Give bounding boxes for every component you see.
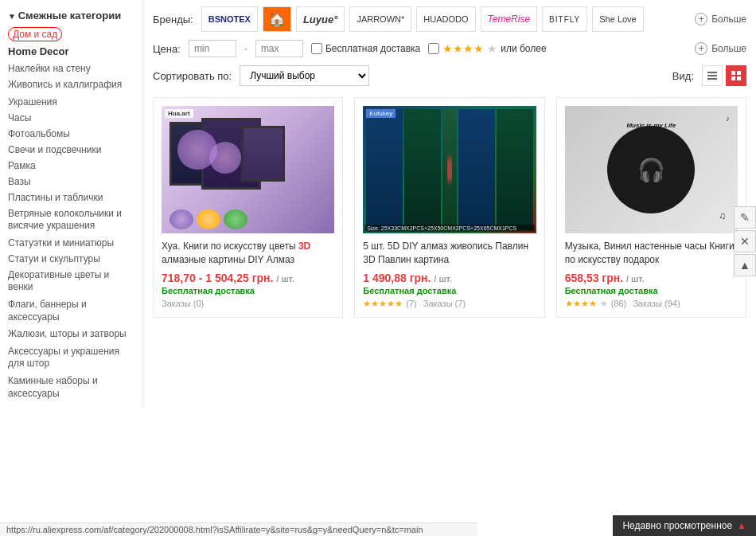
sidebar: Смежные категории Дом и сад Home Decor Н… xyxy=(0,0,143,409)
brand-huadodo-text: HUADODO xyxy=(423,14,468,24)
svg-rect-0 xyxy=(707,72,717,73)
product-reviews-count-2: (7) xyxy=(406,299,416,308)
product-free-delivery-2: Бесплатная доставка xyxy=(363,286,536,295)
product-brand-badge-1: Hua.art xyxy=(165,109,193,118)
sidebar-item-clocks[interactable]: Часы xyxy=(0,110,142,126)
plus-circle-price-icon: + xyxy=(695,42,707,55)
sidebar-item-vases[interactable]: Вазы xyxy=(0,174,142,190)
sidebar-item-painting[interactable]: Живопись и каллиграфия xyxy=(0,76,142,94)
product-free-delivery-1: Бесплатная доставка xyxy=(162,286,334,295)
sidebar-item-flags[interactable]: Флаги, баннеры и аксессуары xyxy=(0,296,142,326)
svg-rect-2 xyxy=(707,78,717,80)
sort-label: Сортировать по: xyxy=(153,70,232,82)
product-card-2[interactable]: Kufukey Size: 25X33CMX2PC xyxy=(354,97,544,318)
plus-circle-icon: + xyxy=(695,13,707,25)
svg-rect-3 xyxy=(731,71,735,75)
sidebar-home-decor-title: Home Decor xyxy=(0,42,142,61)
free-delivery-checkbox-group: Бесплатная доставка xyxy=(311,43,420,54)
svg-rect-5 xyxy=(731,76,735,80)
close-icon: ✕ xyxy=(740,235,750,248)
brand-luyue[interactable]: Luyue° xyxy=(296,6,345,32)
price-more-button[interactable]: + Больше xyxy=(695,42,746,55)
products-grid: Hua.art xyxy=(153,97,746,318)
main-content: Бренды: BSNOTEX 🏠 Luyue° JARROWN* HUADOD… xyxy=(143,0,756,409)
brand-huadodo[interactable]: HUADODO xyxy=(416,6,475,32)
free-delivery-label: Бесплатная доставка xyxy=(325,43,420,54)
svg-rect-6 xyxy=(737,76,741,80)
product-stars-3: ★★★★ xyxy=(565,299,597,309)
product-title-3: Музыка, Винил настенные часы Книги по ис… xyxy=(565,240,738,267)
product-orders-3: Заказы (94) xyxy=(633,299,680,308)
up-float-button[interactable]: ▲ xyxy=(734,254,756,276)
product-price-3: 658,53 грн. / шт. xyxy=(565,272,738,284)
edit-icon: ✎ xyxy=(740,211,750,224)
brand-temerise[interactable]: TemeRise xyxy=(481,6,538,32)
price-min-input[interactable] xyxy=(189,40,236,57)
sidebar-item-figurines[interactable]: Статуэтки и миниатюры xyxy=(0,235,142,251)
product-image-2: Kufukey Size: 25X33CMX2PC xyxy=(363,106,536,233)
sidebar-item-windchimes[interactable]: Ветряные колокольчики и висячие украшени… xyxy=(0,205,142,235)
star-filter-row: ★★★★ ★ или более xyxy=(428,42,546,55)
brand-shelove[interactable]: She Love xyxy=(592,6,643,32)
floating-buttons: ✎ ✕ ▲ xyxy=(734,206,756,276)
brand-shelove-text: She Love xyxy=(599,14,636,24)
svg-rect-1 xyxy=(707,75,717,76)
brand-luyue-text: Luyue° xyxy=(303,14,337,25)
brand-jarrown[interactable]: JARROWN* xyxy=(349,6,411,32)
view-list-button[interactable] xyxy=(702,65,723,86)
sidebar-item-frames[interactable]: Рамка xyxy=(0,158,142,174)
brands-more-button[interactable]: + Больше xyxy=(695,13,746,25)
sidebar-item-candles[interactable]: Свечи и подсвечники xyxy=(0,142,142,158)
product-rating-2: ★★★★★ (7) Заказы (7) xyxy=(363,299,536,309)
product-orders-1: Заказы (0) xyxy=(162,299,204,308)
brands-label: Бренды: xyxy=(153,14,193,25)
view-buttons xyxy=(702,65,746,86)
price-max-input[interactable] xyxy=(255,40,303,57)
product-orders-2: Заказы (7) xyxy=(423,299,466,308)
price-row: Цена: - Бесплатная доставка ★★★★ ★ или б… xyxy=(153,40,746,57)
sort-row: Сортировать по: Лучший выбор Цена: по во… xyxy=(153,65,746,86)
sidebar-item-flowers[interactable]: Декоративные цветы и венки xyxy=(0,267,142,296)
price-more-label: Больше xyxy=(711,43,746,54)
star-filter-checkbox[interactable] xyxy=(428,43,439,54)
sort-select[interactable]: Лучший выбор Цена: по возрастанию Цена: … xyxy=(240,65,369,86)
sidebar-related-categories-title: Смежные категории xyxy=(0,6,142,26)
sidebar-item-stickers[interactable]: Наклейки на стену xyxy=(0,61,142,76)
product-price-1: 718,70 - 1 504,25 грн. / шт. xyxy=(162,272,334,284)
sidebar-dom-i-sad-link[interactable]: Дом и сад xyxy=(8,27,62,41)
close-float-button[interactable]: ✕ xyxy=(734,230,756,252)
product-price-2: 1 490,88 грн. / шт. xyxy=(363,272,536,284)
product-stars-2: ★★★★★ xyxy=(363,299,403,309)
free-delivery-checkbox[interactable] xyxy=(311,43,322,54)
brand-bitfly[interactable]: BITFLY xyxy=(542,6,587,32)
brand-bsnotex-text: BSNOTEX xyxy=(208,14,251,24)
sidebar-item-statues[interactable]: Статуи и скульптуры xyxy=(0,251,142,267)
edit-float-button[interactable]: ✎ xyxy=(734,206,756,229)
product-half-star-3: ★ xyxy=(600,299,608,309)
product-free-delivery-3: Бесплатная доставка xyxy=(565,286,738,295)
brand-bsnotex[interactable]: BSNOTEX xyxy=(201,6,258,32)
star-filter-grey: ★ xyxy=(487,42,497,55)
sidebar-item-fireplace[interactable]: Каминные наборы и аксессуары xyxy=(0,373,142,402)
product-card-3[interactable]: 🎧 Music is my Life ♪ ♫ Музыка, Винил нас… xyxy=(556,97,746,318)
brand-bitfly-text: BITFLY xyxy=(549,15,580,24)
brands-row: Бренды: BSNOTEX 🏠 Luyue° JARROWN* HUADOD… xyxy=(153,6,746,32)
product-reviews-count-3: (86) xyxy=(611,299,627,308)
brand-orange[interactable]: 🏠 xyxy=(263,6,291,32)
brand-jarrown-text: JARROWN* xyxy=(357,14,404,24)
sidebar-item-albums[interactable]: Фотоальбомы xyxy=(0,126,142,142)
product-card-1[interactable]: Hua.art xyxy=(153,97,343,318)
product-brand-badge-2: Kufukey xyxy=(366,109,396,118)
sidebar-item-curtains[interactable]: Аксессуары и украшения для штор xyxy=(0,343,142,373)
brand-temerise-text: TemeRise xyxy=(488,14,531,25)
product-size-label-2: Size: 25X33CMX2PCS+25X50CMX2PCS+25X65CMX… xyxy=(364,225,534,232)
star-filter-label: или более xyxy=(501,43,546,54)
sidebar-item-plates[interactable]: Пластины и таблички xyxy=(0,190,142,205)
sidebar-item-jewelry[interactable]: Украшения xyxy=(0,94,142,110)
product-image-1: Hua.art xyxy=(162,106,334,233)
sidebar-item-blinds[interactable]: Жалюзи, шторы и затворы xyxy=(0,326,142,343)
brand-orange-icon: 🏠 xyxy=(268,10,286,28)
brands-more-label: Больше xyxy=(711,14,746,25)
view-grid-button[interactable] xyxy=(726,65,746,86)
price-label: Цена: xyxy=(153,43,181,55)
